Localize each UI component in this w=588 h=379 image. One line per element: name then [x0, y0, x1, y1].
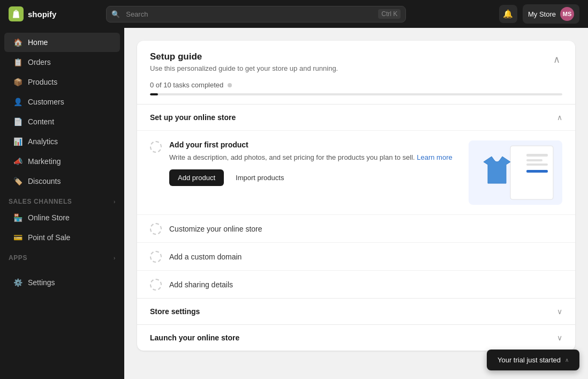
sidebar-item-discounts[interactable]: 🏷️ Discounts	[4, 172, 120, 191]
topbar: shopify 🔍 Ctrl K 🔔 My Store MS	[0, 0, 588, 28]
avatar: MS	[560, 7, 574, 21]
sharing-details-task[interactable]: Add sharing details	[137, 270, 575, 298]
sidebar-item-point-of-sale[interactable]: 💳 Point of Sale	[4, 228, 120, 247]
shopify-logo: shopify	[9, 6, 56, 21]
sidebar-item-settings[interactable]: ⚙️ Settings	[4, 273, 120, 292]
home-icon: 🏠	[13, 38, 22, 47]
products-icon: 📦	[13, 77, 22, 87]
sidebar-item-products[interactable]: 📦 Products	[4, 72, 120, 92]
trial-banner-text: Your trial just started	[497, 356, 561, 364]
marketing-icon: 📣	[13, 157, 22, 166]
shopify-logo-icon	[9, 6, 24, 21]
online-store-section-chevron: ∧	[557, 113, 562, 122]
sidebar-item-orders[interactable]: 📋 Orders	[4, 53, 120, 72]
sidebar-item-marketing[interactable]: 📣 Marketing	[4, 152, 120, 171]
sidebar-label-settings: Settings	[28, 278, 55, 287]
online-store-section-title: Set up your online store	[150, 113, 236, 122]
add-product-button[interactable]: Add product	[169, 169, 224, 186]
svg-rect-3	[526, 170, 548, 173]
progress-fill	[150, 93, 158, 95]
launch-store-chevron: ∨	[557, 333, 562, 342]
store-button[interactable]: My Store MS	[523, 4, 579, 24]
sidebar-label-content: Content	[28, 117, 54, 126]
sales-channels-section[interactable]: Sales channels ›	[0, 191, 124, 207]
trial-banner[interactable]: Your trial just started ∧	[487, 350, 579, 370]
customize-store-task[interactable]: Customize your online store	[137, 214, 575, 242]
add-product-checkbox[interactable]	[150, 141, 162, 153]
import-products-button[interactable]: Import products	[229, 169, 290, 186]
content-area: Setup guide Use this personalized guide …	[124, 28, 588, 379]
setup-guide: Setup guide Use this personalized guide …	[137, 41, 575, 351]
progress-label: 0 of 10 tasks completed	[150, 81, 223, 89]
add-product-actions: Add product Import products	[169, 169, 461, 186]
store-name: My Store	[528, 10, 556, 18]
settings-icon: ⚙️	[13, 278, 22, 287]
learn-more-link[interactable]: Learn more	[417, 153, 452, 161]
svg-rect-2	[526, 159, 542, 161]
sidebar-item-home[interactable]: 🏠 Home	[4, 33, 120, 52]
setup-guide-header-text: Setup guide Use this personalized guide …	[150, 51, 338, 72]
search-bar: 🔍 Ctrl K	[106, 6, 406, 23]
search-icon: 🔍	[111, 10, 120, 18]
store-settings-section-header[interactable]: Store settings ∨	[137, 299, 575, 324]
point-of-sale-icon: 💳	[13, 233, 22, 242]
setup-guide-title: Setup guide	[150, 51, 338, 62]
orders-icon: 📋	[13, 57, 22, 67]
discounts-icon: 🏷️	[13, 176, 22, 186]
search-input[interactable]	[106, 6, 406, 23]
sidebar-item-customers[interactable]: 👤 Customers	[4, 92, 120, 112]
notifications-button[interactable]: 🔔	[499, 5, 517, 23]
sharing-details-checkbox[interactable]	[150, 279, 162, 291]
sidebar-label-customers: Customers	[28, 98, 64, 106]
launch-store-section-title: Launch your online store	[150, 333, 239, 342]
sales-channels-chevron: ›	[114, 199, 116, 205]
store-settings-section: Store settings ∨	[137, 298, 575, 324]
setup-guide-collapse-button[interactable]: ∧	[551, 51, 562, 68]
online-store-section-header[interactable]: Set up your online store ∧	[137, 105, 575, 130]
add-product-description: Write a description, add photos, and set…	[169, 152, 461, 163]
online-store-section: Set up your online store ∧ Add your firs…	[137, 104, 575, 298]
sidebar-label-discounts: Discounts	[28, 177, 61, 185]
sidebar-item-analytics[interactable]: 📊 Analytics	[4, 132, 120, 151]
product-illustration-svg	[473, 143, 559, 202]
content-icon: 📄	[13, 117, 22, 127]
sales-channels-label: Sales channels	[9, 198, 72, 205]
main-layout: 🏠 Home 📋 Orders 📦 Products 👤 Customers 📄…	[0, 28, 588, 379]
svg-rect-1	[526, 154, 548, 157]
add-product-content: Add your first product Write a descripti…	[169, 140, 461, 186]
sharing-details-title: Add sharing details	[169, 280, 233, 289]
trial-banner-chevron: ∧	[565, 357, 569, 363]
product-illustration	[469, 140, 562, 205]
sidebar-label-point-of-sale: Point of Sale	[28, 233, 70, 242]
search-shortcut: Ctrl K	[378, 9, 401, 19]
customers-icon: 👤	[13, 97, 22, 107]
launch-store-section: Launch your online store ∨	[137, 324, 575, 351]
apps-chevron: ›	[114, 255, 116, 261]
customize-store-title: Customize your online store	[169, 225, 262, 233]
setup-guide-header: Setup guide Use this personalized guide …	[137, 41, 575, 81]
svg-rect-4	[526, 164, 548, 166]
add-product-title: Add your first product	[169, 140, 461, 149]
launch-store-section-header[interactable]: Launch your online store ∨	[137, 325, 575, 351]
online-store-icon: 🏪	[13, 213, 22, 222]
progress-dot	[228, 83, 232, 87]
custom-domain-checkbox[interactable]	[150, 251, 162, 263]
sidebar-label-marketing: Marketing	[28, 157, 61, 166]
apps-label: Apps	[9, 254, 27, 262]
customize-store-checkbox[interactable]	[150, 223, 162, 235]
setup-guide-subtitle: Use this personalized guide to get your …	[150, 64, 338, 72]
progress-bar	[150, 93, 562, 95]
apps-section[interactable]: Apps ›	[0, 248, 124, 264]
store-settings-chevron: ∨	[557, 307, 562, 316]
progress-section: 0 of 10 tasks completed	[137, 81, 575, 104]
sidebar: 🏠 Home 📋 Orders 📦 Products 👤 Customers 📄…	[0, 28, 124, 379]
sidebar-label-analytics: Analytics	[28, 137, 58, 146]
add-product-task: Add your first product Write a descripti…	[137, 130, 575, 214]
custom-domain-task[interactable]: Add a custom domain	[137, 242, 575, 270]
analytics-icon: 📊	[13, 137, 22, 146]
sidebar-item-content[interactable]: 📄 Content	[4, 112, 120, 131]
store-settings-section-title: Store settings	[150, 307, 200, 316]
sidebar-item-online-store[interactable]: 🏪 Online Store	[4, 208, 120, 227]
shopify-bag-icon	[11, 9, 21, 19]
shopify-logo-text: shopify	[28, 10, 56, 19]
